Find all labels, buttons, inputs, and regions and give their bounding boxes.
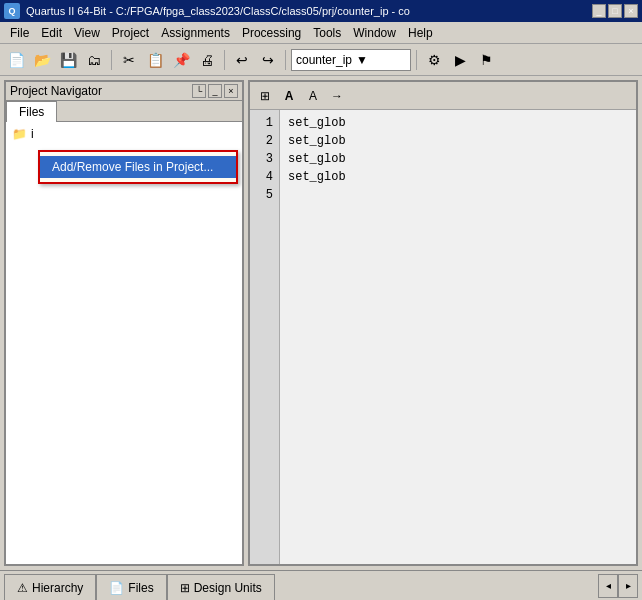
nav-title-text: Project Navigator [10,84,102,98]
menu-window[interactable]: Window [347,24,402,42]
menu-edit[interactable]: Edit [35,24,68,42]
toolbar-separator-4 [416,50,417,70]
editor-content: 1 2 3 4 5 set_glob set_glob set_glob set… [250,110,636,564]
nav-controls: └ _ × [192,84,238,98]
bottom-tabs: ⚠ Hierarchy 📄 Files ⊞ Design Units ◂ ▸ [0,570,642,600]
app-icon: Q [4,3,20,19]
folder-icon: 📁 [12,127,27,141]
copy-button[interactable]: 📋 [143,48,167,72]
close-button[interactable]: × [624,4,638,18]
nav-close-button[interactable]: × [224,84,238,98]
line-num-2: 2 [256,132,273,150]
line-num-1: 1 [256,114,273,132]
redo-button[interactable]: ↪ [256,48,280,72]
project-dropdown-value: counter_ip [296,53,352,67]
new-file-button[interactable]: 📄 [4,48,28,72]
paste-button[interactable]: 📌 [169,48,193,72]
code-line-4: set_glob [288,168,628,186]
main-area: Project Navigator └ _ × Files 📁 i Add/Re… [0,76,642,570]
nav-title-bar: Project Navigator └ _ × [6,82,242,101]
context-menu: Add/Remove Files in Project... [38,150,238,184]
menu-assignments[interactable]: Assignments [155,24,236,42]
menu-help[interactable]: Help [402,24,439,42]
line-numbers: 1 2 3 4 5 [250,110,280,564]
menu-file[interactable]: File [4,24,35,42]
maximize-button[interactable]: □ [608,4,622,18]
toolbar-separator-3 [285,50,286,70]
code-area[interactable]: set_glob set_glob set_glob set_glob [280,110,636,564]
code-line-3: set_glob [288,150,628,168]
tab-files-label: Files [128,581,153,595]
print-button[interactable]: 🖨 [195,48,219,72]
nav-content[interactable]: 📁 i Add/Remove Files in Project... [6,122,242,564]
analyze-button[interactable]: ▶ [448,48,472,72]
nav-tabs: Files [6,101,242,122]
project-dropdown[interactable]: counter_ip ▼ [291,49,411,71]
editor-toolbar: ⊞ A A → [250,82,636,110]
editor-arrow-button[interactable]: → [326,85,348,107]
editor-area: ⊞ A A → 1 2 3 4 5 set_glob set_glob set_… [248,80,638,566]
tab-hierarchy-label: Hierarchy [32,581,83,595]
line-num-5: 5 [256,186,273,204]
tab-design-units[interactable]: ⊞ Design Units [167,574,275,600]
title-bar: Q Quartus II 64-Bit - C:/FPGA/fpga_class… [0,0,642,22]
menu-view[interactable]: View [68,24,106,42]
tree-root-label: i [31,127,34,141]
tree-root-item[interactable]: 📁 i [10,126,238,142]
nav-float-button[interactable]: └ [192,84,206,98]
design-units-icon: ⊞ [180,581,190,595]
tab-hierarchy[interactable]: ⚠ Hierarchy [4,574,96,600]
toolbar: 📄 📂 💾 🗂 ✂ 📋 📌 🖨 ↩ ↪ counter_ip ▼ ⚙ ▶ ⚑ [0,44,642,76]
editor-font-a-button[interactable]: A [278,85,300,107]
tab-scroll-right[interactable]: ▸ [618,574,638,598]
build-button[interactable]: ⚑ [474,48,498,72]
line-num-3: 3 [256,150,273,168]
save-button[interactable]: 💾 [56,48,80,72]
editor-font-a2-button[interactable]: A [302,85,324,107]
files-icon: 📄 [109,581,124,595]
toolbar-separator-1 [111,50,112,70]
editor-grid-button[interactable]: ⊞ [254,85,276,107]
dropdown-arrow-icon: ▼ [356,53,406,67]
tab-nav-arrows: ◂ ▸ [598,571,638,600]
ctx-add-remove-files[interactable]: Add/Remove Files in Project... [40,156,236,178]
project-navigator: Project Navigator └ _ × Files 📁 i Add/Re… [4,80,244,566]
menu-bar: File Edit View Project Assignments Proce… [0,22,642,44]
toolbar-separator-2 [224,50,225,70]
save-all-button[interactable]: 🗂 [82,48,106,72]
hierarchy-icon: ⚠ [17,581,28,595]
window-title: Quartus II 64-Bit - C:/FPGA/fpga_class20… [26,5,586,17]
tab-files[interactable]: 📄 Files [96,574,166,600]
tab-scroll-left[interactable]: ◂ [598,574,618,598]
code-line-2: set_glob [288,132,628,150]
menu-project[interactable]: Project [106,24,155,42]
line-num-4: 4 [256,168,273,186]
tab-design-units-label: Design Units [194,581,262,595]
undo-button[interactable]: ↩ [230,48,254,72]
menu-processing[interactable]: Processing [236,24,307,42]
cut-button[interactable]: ✂ [117,48,141,72]
nav-minimize-button[interactable]: _ [208,84,222,98]
code-line-1: set_glob [288,114,628,132]
window-controls[interactable]: _ □ × [592,4,638,18]
minimize-button[interactable]: _ [592,4,606,18]
menu-tools[interactable]: Tools [307,24,347,42]
open-file-button[interactable]: 📂 [30,48,54,72]
tab-files[interactable]: Files [6,101,57,122]
compile-button[interactable]: ⚙ [422,48,446,72]
